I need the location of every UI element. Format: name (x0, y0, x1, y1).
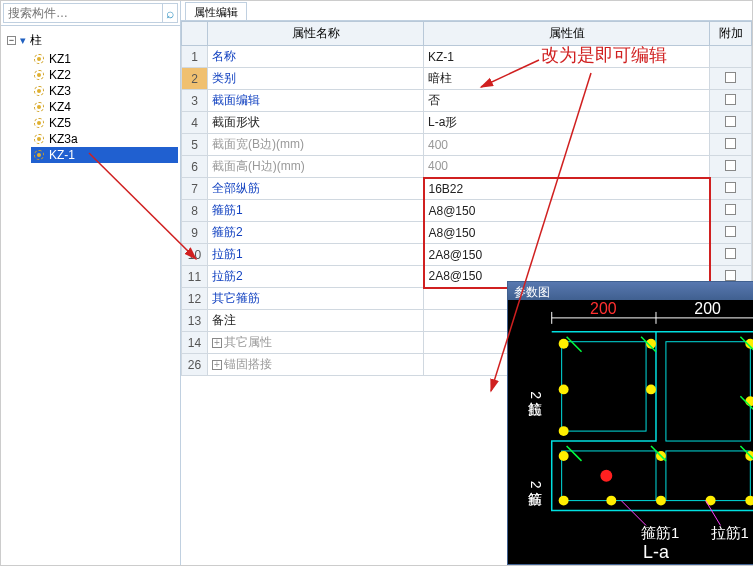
svg-point-26 (559, 451, 569, 461)
row-number: 2 (182, 68, 208, 90)
extra-checkbox[interactable] (725, 270, 736, 281)
extra-checkbox[interactable] (725, 72, 736, 83)
extra-cell (710, 68, 752, 90)
extra-cell (710, 200, 752, 222)
tree-node-KZ3[interactable]: KZ3 (31, 83, 178, 99)
row-number: 14 (182, 332, 208, 354)
search-button[interactable]: ⌕ (163, 3, 178, 23)
header-name: 属性名称 (208, 22, 424, 46)
property-row[interactable]: 7全部纵筋16B22 (182, 178, 752, 200)
row-number: 4 (182, 112, 208, 134)
svg-rect-12 (666, 451, 750, 501)
svg-point-18 (646, 384, 656, 394)
tree-node-label: KZ5 (49, 116, 71, 130)
prop-value[interactable]: 16B22 (424, 178, 710, 200)
property-row[interactable]: 9箍筋2A8@150 (182, 222, 752, 244)
property-row[interactable]: 8箍筋1A8@150 (182, 200, 752, 222)
extra-checkbox[interactable] (725, 94, 736, 105)
svg-point-24 (706, 496, 716, 506)
prop-value[interactable]: A8@150 (424, 222, 710, 244)
svg-point-19 (559, 426, 569, 436)
property-row[interactable]: 6截面高(H边)(mm)400 (182, 156, 752, 178)
svg-point-22 (606, 496, 616, 506)
prop-value[interactable]: A8@150 (424, 200, 710, 222)
tab-property-edit[interactable]: 属性编辑 (185, 2, 247, 20)
svg-point-14 (559, 339, 569, 349)
column-icon (33, 101, 45, 113)
extra-cell (710, 46, 752, 68)
prop-name: 截面编辑 (208, 90, 424, 112)
tree-node-KZ4[interactable]: KZ4 (31, 99, 178, 115)
row-number: 12 (182, 288, 208, 310)
row-number: 10 (182, 244, 208, 266)
tree-root[interactable]: − ▾ 柱 (3, 30, 178, 51)
prop-value[interactable]: 否 (424, 90, 710, 112)
extra-checkbox[interactable] (725, 226, 736, 237)
prop-name: 箍筋1 (208, 200, 424, 222)
extra-cell (710, 90, 752, 112)
column-icon (33, 69, 45, 81)
extra-checkbox[interactable] (725, 182, 736, 193)
extra-checkbox[interactable] (725, 160, 736, 171)
extra-cell (710, 244, 752, 266)
tree-root-label: 柱 (30, 32, 42, 49)
row-number: 13 (182, 310, 208, 332)
extra-cell (710, 178, 752, 200)
property-row[interactable]: 2类别暗柱 (182, 68, 752, 90)
diagram-title: 参数图 (508, 282, 753, 300)
row-number: 1 (182, 46, 208, 68)
parameter-diagram: 参数图 200 200 200 200 (507, 281, 753, 565)
property-row[interactable]: 1名称KZ-1 (182, 46, 752, 68)
prop-value[interactable]: KZ-1 (424, 46, 710, 68)
search-input[interactable] (3, 3, 163, 23)
label-lashin2: 拉筋2 (528, 391, 544, 416)
tab-bar: 属性编辑 (181, 1, 752, 21)
prop-value[interactable]: 2A8@150 (424, 244, 710, 266)
prop-name: 名称 (208, 46, 424, 68)
row-number: 26 (182, 354, 208, 376)
tree-node-label: KZ3 (49, 84, 71, 98)
extra-checkbox[interactable] (725, 138, 736, 149)
row-number: 7 (182, 178, 208, 200)
property-row[interactable]: 3截面编辑否 (182, 90, 752, 112)
tree-node-label: KZ4 (49, 100, 71, 114)
expand-icon[interactable]: + (212, 360, 222, 370)
svg-point-29 (600, 470, 612, 482)
extra-cell (710, 222, 752, 244)
tree-node-KZ-1[interactable]: KZ-1 (31, 147, 178, 163)
property-row[interactable]: 4截面形状L-a形 (182, 112, 752, 134)
search-bar: ⌕ (1, 1, 180, 26)
expand-icon[interactable]: + (212, 338, 222, 348)
prop-name: 箍筋2 (208, 222, 424, 244)
extra-checkbox[interactable] (725, 116, 736, 127)
column-icon (33, 133, 45, 145)
svg-point-23 (656, 496, 666, 506)
svg-line-37 (621, 501, 646, 526)
column-icon (33, 53, 45, 65)
svg-line-34 (567, 446, 582, 461)
property-row[interactable]: 10拉筋12A8@150 (182, 244, 752, 266)
label-shape: L-a (643, 542, 669, 560)
filter-icon[interactable]: ▾ (20, 34, 26, 47)
extra-checkbox[interactable] (725, 248, 736, 259)
tree-node-KZ1[interactable]: KZ1 (31, 51, 178, 67)
prop-value[interactable]: 400 (424, 156, 710, 178)
prop-value[interactable]: 暗柱 (424, 68, 710, 90)
prop-name: 拉筋1 (208, 244, 424, 266)
label-lashin1: 拉筋1 (711, 525, 749, 541)
header-extra: 附加 (710, 22, 752, 46)
tree-node-KZ5[interactable]: KZ5 (31, 115, 178, 131)
prop-name: 截面宽(B边)(mm) (208, 134, 424, 156)
svg-rect-10 (562, 342, 646, 431)
extra-checkbox[interactable] (725, 204, 736, 215)
prop-value[interactable]: L-a形 (424, 112, 710, 134)
tree-node-label: KZ-1 (49, 148, 75, 162)
prop-value[interactable]: 400 (424, 134, 710, 156)
tree-node-label: KZ3a (49, 132, 78, 146)
tree-node-KZ3a[interactable]: KZ3a (31, 131, 178, 147)
tree-node-KZ2[interactable]: KZ2 (31, 67, 178, 83)
tree-node-label: KZ2 (49, 68, 71, 82)
prop-name: +锚固搭接 (208, 354, 424, 376)
collapse-icon[interactable]: − (7, 36, 16, 45)
property-row[interactable]: 5截面宽(B边)(mm)400 (182, 134, 752, 156)
